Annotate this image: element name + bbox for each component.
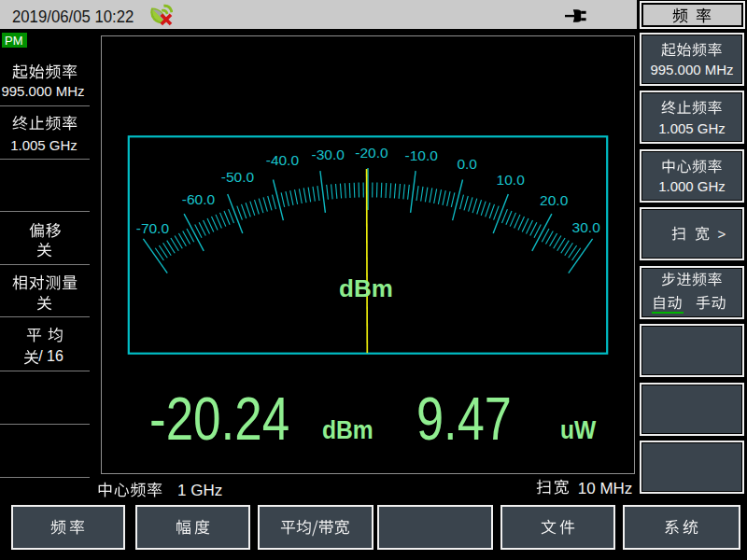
- svg-text:20.0: 20.0: [540, 192, 569, 208]
- svg-text:-20.0: -20.0: [355, 145, 388, 161]
- svg-text:-60.0: -60.0: [182, 191, 216, 207]
- svg-text:30.0: 30.0: [572, 219, 601, 235]
- svg-text:-50.0: -50.0: [221, 169, 255, 185]
- svg-text:0.0: 0.0: [457, 156, 477, 172]
- svg-text:-30.0: -30.0: [312, 147, 345, 162]
- svg-text:-70.0: -70.0: [136, 220, 170, 236]
- svg-text:-40.0: -40.0: [266, 152, 300, 168]
- svg-text:10.0: 10.0: [497, 172, 526, 188]
- svg-text:-10.0: -10.0: [405, 147, 439, 163]
